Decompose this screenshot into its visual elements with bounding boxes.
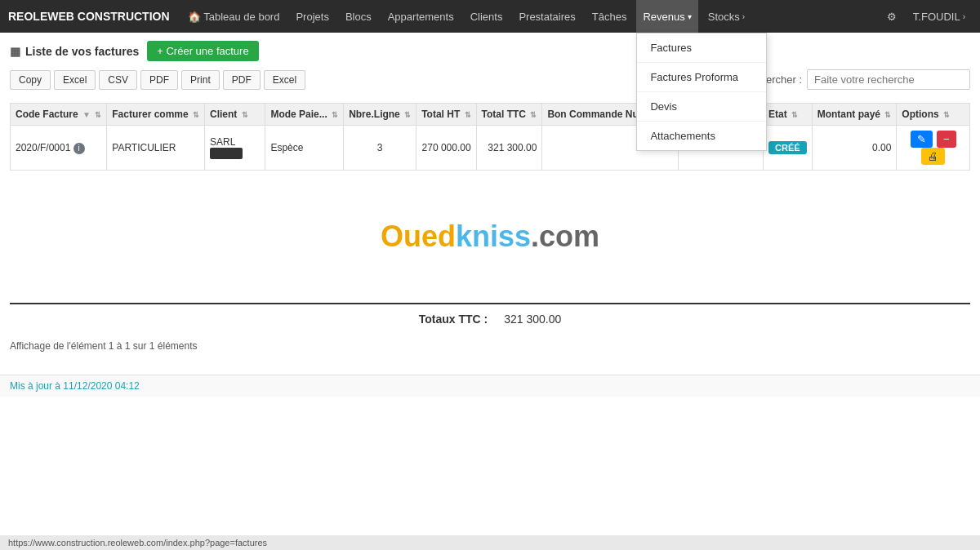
pagination-info: Affichage de l'élément 1 à 1 sur 1 éléme… (10, 334, 970, 358)
etat-badge: CRÉÉ (768, 141, 807, 154)
dashboard-icon: 🏠 (188, 11, 201, 23)
sort-icon-montant: ⇅ (884, 111, 891, 119)
nav-revenus[interactable]: Revenus ▾ (636, 0, 697, 33)
nav-revenus-wrapper: Revenus ▾ Factures Factures Proforma Dev… (636, 0, 697, 33)
td-facturer-comme: PARTICULIER (107, 126, 205, 171)
print-button[interactable]: Print (181, 70, 220, 90)
td-etat: CRÉÉ (764, 126, 813, 171)
excel-button-1[interactable]: Excel (54, 70, 96, 90)
td-total-ht: 270 000.00 (416, 126, 476, 171)
copy-button[interactable]: Copy (10, 70, 51, 90)
nav-taches[interactable]: Tâches (586, 0, 634, 33)
total-ttc-value: 321 300.00 (488, 142, 537, 153)
dd-item-attachements[interactable]: Attachements (637, 122, 766, 150)
update-text: Mis à jour à 11/12/2020 04:12 (10, 380, 140, 392)
excel-button-2[interactable]: Excel (264, 70, 305, 90)
facturer-comme-value: PARTICULIER (112, 142, 176, 153)
dd-item-devis[interactable]: Devis (637, 92, 766, 122)
filter-icon-code: ▼ (82, 110, 91, 119)
navbar: REOLEWEB CONSTRUCTION 🏠 Tableau de bord … (0, 0, 980, 33)
pdf-button-2[interactable]: PDF (223, 70, 261, 90)
nav-right-section: ⚙ T.FOUDIL › (880, 0, 972, 33)
nav-projets[interactable]: Projets (289, 0, 335, 33)
create-facture-button[interactable]: + Créer une facture (147, 41, 258, 61)
nav-settings[interactable]: ⚙ (880, 0, 903, 33)
sort-icon-mode: ⇅ (332, 111, 338, 119)
sort-icon-client: ⇅ (242, 111, 248, 119)
totals-value: 321 300.00 (504, 313, 561, 326)
th-options[interactable]: Options ⇅ (897, 104, 970, 126)
top-bar: Copy Excel CSV PDF Print PDF Excel Reche… (10, 69, 970, 96)
page-title-section: ▦ Liste de vos factures (10, 45, 139, 58)
table-header-row: Code Facture ▼ ⇅ Facturer comme ⇅ Client… (11, 104, 970, 126)
main-content: ▦ Liste de vos factures + Créer une fact… (0, 33, 980, 366)
brand-logo: REOLEWEB CONSTRUCTION (8, 10, 170, 23)
toolbar: Copy Excel CSV PDF Print PDF Excel (10, 70, 305, 90)
user-dropdown-arrow: › (963, 12, 965, 21)
revenus-dropdown-arrow: ▾ (688, 12, 692, 21)
nav-prestataires[interactable]: Prestataires (512, 0, 581, 33)
revenus-dropdown-menu: Factures Factures Proforma Devis Attache… (636, 33, 767, 151)
td-client: SARL (205, 126, 265, 171)
table-row: 2020/F/0001 i PARTICULIER SARL Espèce (11, 126, 970, 171)
sort-icon-ht: ⇅ (465, 111, 471, 119)
dd-item-factures-proforma[interactable]: Factures Proforma (637, 63, 766, 92)
th-code-facture[interactable]: Code Facture ▼ ⇅ (11, 104, 107, 126)
nav-stocks[interactable]: Stocks › (702, 0, 751, 33)
td-options: ✎ − 🖨 (897, 126, 970, 171)
nav-tableau-de-bord[interactable]: 🏠 Tableau de bord (181, 0, 287, 33)
totals-section: Totaux TTC : 321 300.00 (10, 303, 970, 334)
watermark-kniss: kniss (456, 220, 531, 253)
totals-label: Totaux TTC : (419, 313, 488, 326)
watermark: Ouedkniss.com (10, 220, 970, 254)
factures-table: Code Facture ▼ ⇅ Facturer comme ⇅ Client… (10, 103, 970, 171)
dd-item-factures[interactable]: Factures (637, 33, 766, 63)
stocks-arrow-icon: › (742, 12, 745, 21)
sort-icon-ttc: ⇅ (530, 111, 537, 119)
th-total-ttc[interactable]: Total TTC ⇅ (476, 104, 542, 126)
list-icon: ▦ (10, 45, 20, 58)
td-code-facture: 2020/F/0001 i (11, 126, 107, 171)
mode-paiement-value: Espèce (270, 142, 303, 153)
watermark-com: .com (531, 220, 599, 253)
client-masked (210, 148, 243, 159)
pdf-button-1[interactable]: PDF (140, 70, 178, 90)
sort-icon-options: ⇅ (943, 111, 950, 119)
td-mode-paiement: Espèce (265, 126, 344, 171)
nbre-ligne-value: 3 (377, 142, 383, 153)
th-etat[interactable]: Etat ⇅ (764, 104, 813, 126)
info-icon[interactable]: i (74, 143, 85, 154)
factures-table-wrapper: Code Facture ▼ ⇅ Facturer comme ⇅ Client… (10, 103, 970, 171)
page-title: Liste de vos factures (25, 45, 139, 58)
sort-icon-nbre: ⇅ (404, 111, 411, 119)
page-header: ▦ Liste de vos factures + Créer une fact… (10, 41, 970, 61)
sort-icon-facturer: ⇅ (193, 111, 199, 119)
nav-clients[interactable]: Clients (464, 0, 510, 33)
code-facture-value: 2020/F/0001 (16, 142, 70, 153)
sort-icon-code: ⇅ (95, 111, 101, 119)
csv-button[interactable]: CSV (99, 70, 137, 90)
watermark-oued: Oued (381, 220, 456, 253)
settings-icon: ⚙ (887, 11, 897, 23)
td-montant-paye: 0.00 (812, 126, 897, 171)
nav-user[interactable]: T.FOUDIL › (906, 0, 972, 33)
td-nbre-ligne: 3 (344, 126, 416, 171)
th-nbre-ligne[interactable]: Nbre.Ligne ⇅ (344, 104, 416, 126)
print-row-button[interactable]: 🖨 (921, 148, 945, 165)
search-section: Rechercher : (742, 69, 970, 90)
th-mode-paiement[interactable]: Mode Paie... ⇅ (265, 104, 344, 126)
th-facturer-comme[interactable]: Facturer comme ⇅ (107, 104, 205, 126)
sort-icon-etat: ⇅ (791, 111, 798, 119)
search-input[interactable] (807, 69, 970, 90)
th-montant-paye[interactable]: Montant payé ⇅ (812, 104, 897, 126)
total-ht-value: 270 000.00 (422, 142, 471, 153)
client-value: SARL (210, 136, 235, 148)
footer-info: Mis à jour à 11/12/2020 04:12 (0, 375, 980, 397)
montant-paye-value: 0.00 (872, 142, 891, 153)
th-client[interactable]: Client ⇅ (205, 104, 265, 126)
th-total-ht[interactable]: Total HT ⇅ (416, 104, 476, 126)
nav-appartements[interactable]: Appartements (381, 0, 461, 33)
delete-button[interactable]: − (937, 131, 956, 148)
edit-button[interactable]: ✎ (911, 131, 933, 148)
nav-blocs[interactable]: Blocs (339, 0, 378, 33)
